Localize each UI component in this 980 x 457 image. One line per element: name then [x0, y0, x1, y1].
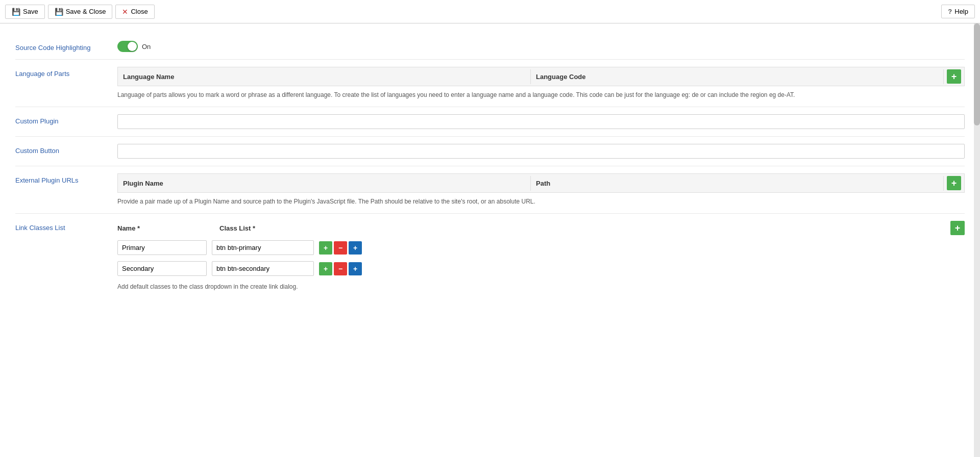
toggle-thumb	[128, 42, 137, 51]
link-class-name-input-1[interactable]	[117, 240, 207, 255]
lang-name-header: Language Name	[118, 69, 531, 84]
link-class-actions-1: + − +	[319, 241, 362, 255]
save-close-label: Save & Close	[66, 8, 106, 15]
language-of-parts-row: Language of Parts Language Name Language…	[15, 60, 965, 107]
external-plugin-urls-content: Plugin Name Path + Provide a pair made u…	[117, 173, 965, 206]
plugin-add-actions: +	[944, 174, 964, 192]
link-classes-row: Link Classes List Name * Class List * + …	[15, 214, 965, 298]
source-code-toggle[interactable]	[117, 41, 138, 52]
link-class-remove-btn-2[interactable]: −	[334, 262, 347, 275]
toolbar: 💾 Save 💾 Save & Close ✕ Close ? Help	[0, 0, 980, 23]
custom-plugin-input[interactable]	[117, 114, 965, 129]
save-close-button[interactable]: 💾 Save & Close	[48, 5, 113, 19]
plugin-name-header: Plugin Name	[118, 176, 531, 191]
link-classes-label: Link Classes List	[15, 221, 117, 232]
scrollbar[interactable]	[974, 23, 980, 457]
save-icon: 💾	[12, 8, 20, 16]
toggle-wrapper: On	[117, 41, 965, 52]
lang-code-header: Language Code	[531, 69, 944, 84]
toggle-track	[117, 41, 138, 52]
save-close-icon: 💾	[55, 8, 63, 16]
external-plugin-urls-label: External Plugin URLs	[15, 173, 117, 184]
custom-button-content	[117, 144, 965, 159]
source-code-row: Source Code Highlighting On	[15, 34, 965, 60]
link-class-move-btn-2[interactable]: +	[349, 262, 362, 275]
link-class-name-col-header: Name *	[117, 224, 214, 232]
language-of-parts-content: Language Name Language Code + Language o…	[117, 67, 965, 99]
custom-button-label: Custom Button	[15, 144, 117, 155]
help-question-icon: ?	[948, 8, 952, 15]
link-class-remove-btn-1[interactable]: −	[334, 241, 347, 255]
link-class-add-button[interactable]: +	[950, 221, 965, 235]
link-class-add-btn-2[interactable]: +	[319, 262, 332, 275]
custom-button-input[interactable]	[117, 144, 965, 159]
save-label: Save	[23, 8, 38, 15]
close-button[interactable]: ✕ Close	[115, 5, 154, 19]
source-code-label: Source Code Highlighting	[15, 41, 117, 52]
link-class-name-input-2[interactable]	[117, 261, 207, 276]
link-class-row-secondary: + − +	[117, 261, 965, 276]
lang-add-button[interactable]: +	[947, 69, 961, 84]
help-label: Help	[954, 8, 968, 15]
link-classes-description: Add default classes to the class dropdow…	[117, 282, 965, 291]
external-plugin-description: Provide a pair made up of a Plugin Name …	[117, 197, 965, 206]
link-class-list-col-header: Class List *	[214, 224, 950, 232]
link-class-add-btn-1[interactable]: +	[319, 241, 332, 255]
close-label: Close	[131, 8, 148, 15]
link-classes-content: Name * Class List * + + − +	[117, 221, 965, 291]
custom-plugin-label: Custom Plugin	[15, 114, 117, 125]
main-content: Source Code Highlighting On Language of …	[0, 23, 980, 457]
lang-add-actions: +	[944, 67, 964, 86]
custom-button-row: Custom Button	[15, 137, 965, 166]
link-class-move-btn-1[interactable]: +	[349, 241, 362, 255]
link-class-actions-2: + − +	[319, 262, 362, 275]
plugin-path-header: Path	[531, 176, 944, 191]
link-class-list-input-2[interactable]	[212, 261, 314, 276]
custom-plugin-row: Custom Plugin	[15, 107, 965, 137]
close-icon: ✕	[122, 8, 128, 16]
toggle-state-label: On	[142, 43, 151, 50]
save-button[interactable]: 💾 Save	[5, 5, 45, 19]
language-of-parts-label: Language of Parts	[15, 67, 117, 78]
link-class-row-primary: + − +	[117, 240, 965, 255]
external-plugin-urls-row: External Plugin URLs Plugin Name Path + …	[15, 166, 965, 214]
plugin-add-button[interactable]: +	[947, 176, 961, 190]
source-code-content: On	[117, 41, 965, 52]
scrollbar-thumb	[974, 23, 980, 125]
link-class-list-input-1[interactable]	[212, 240, 314, 255]
custom-plugin-content	[117, 114, 965, 129]
language-of-parts-description: Language of parts allows you to mark a w…	[117, 90, 965, 99]
help-button[interactable]: ? Help	[941, 5, 975, 18]
